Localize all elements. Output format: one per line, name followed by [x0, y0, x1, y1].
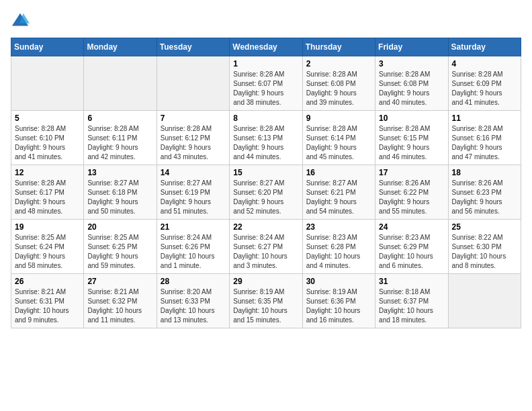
weekday-header: Tuesday: [157, 38, 229, 56]
calendar-cell: 15Sunrise: 8:27 AM Sunset: 6:20 PM Dayli…: [230, 165, 302, 220]
day-number: 25: [452, 222, 517, 232]
day-info: Sunrise: 8:28 AM Sunset: 6:13 PM Dayligh…: [233, 124, 298, 162]
day-number: 20: [87, 222, 152, 232]
day-info: Sunrise: 8:28 AM Sunset: 6:17 PM Dayligh…: [15, 179, 80, 216]
day-number: 22: [233, 222, 298, 232]
day-number: 11: [452, 113, 517, 123]
day-info: Sunrise: 8:19 AM Sunset: 6:36 PM Dayligh…: [306, 287, 371, 325]
day-number: 21: [161, 222, 226, 232]
day-info: Sunrise: 8:27 AM Sunset: 6:20 PM Dayligh…: [233, 179, 298, 216]
calendar-cell: 30Sunrise: 8:19 AM Sunset: 6:36 PM Dayli…: [302, 274, 375, 328]
calendar-cell: [84, 56, 157, 111]
calendar-body: 1Sunrise: 8:28 AM Sunset: 6:07 PM Daylig…: [11, 56, 521, 328]
day-number: 31: [379, 277, 444, 286]
calendar-cell: 16Sunrise: 8:27 AM Sunset: 6:21 PM Dayli…: [302, 165, 375, 220]
calendar-cell: 6Sunrise: 8:28 AM Sunset: 6:11 PM Daylig…: [84, 111, 157, 165]
day-info: Sunrise: 8:28 AM Sunset: 6:08 PM Dayligh…: [306, 70, 371, 107]
calendar-cell: 13Sunrise: 8:27 AM Sunset: 6:18 PM Dayli…: [84, 165, 157, 220]
day-number: 4: [452, 59, 517, 68]
calendar-week-row: 5Sunrise: 8:28 AM Sunset: 6:10 PM Daylig…: [11, 111, 521, 165]
day-info: Sunrise: 8:27 AM Sunset: 6:18 PM Dayligh…: [87, 179, 152, 216]
day-info: Sunrise: 8:28 AM Sunset: 6:09 PM Dayligh…: [452, 70, 517, 107]
day-number: 12: [15, 168, 80, 177]
calendar-week-row: 1Sunrise: 8:28 AM Sunset: 6:07 PM Daylig…: [11, 56, 521, 111]
calendar-cell: [157, 56, 229, 111]
calendar-cell: 19Sunrise: 8:25 AM Sunset: 6:24 PM Dayli…: [11, 220, 84, 274]
calendar-cell: [448, 274, 521, 328]
day-info: Sunrise: 8:19 AM Sunset: 6:35 PM Dayligh…: [233, 287, 298, 325]
day-info: Sunrise: 8:24 AM Sunset: 6:27 PM Dayligh…: [233, 233, 298, 271]
calendar-cell: [11, 56, 84, 111]
day-number: 17: [379, 168, 444, 177]
day-number: 13: [87, 168, 152, 177]
day-number: 6: [87, 113, 152, 123]
day-info: Sunrise: 8:21 AM Sunset: 6:32 PM Dayligh…: [87, 287, 152, 325]
day-number: 24: [379, 222, 444, 232]
day-info: Sunrise: 8:27 AM Sunset: 6:19 PM Dayligh…: [161, 179, 226, 216]
day-number: 1: [233, 59, 298, 68]
day-info: Sunrise: 8:21 AM Sunset: 6:31 PM Dayligh…: [15, 287, 80, 325]
calendar-cell: 25Sunrise: 8:22 AM Sunset: 6:30 PM Dayli…: [448, 220, 521, 274]
day-info: Sunrise: 8:23 AM Sunset: 6:28 PM Dayligh…: [306, 233, 371, 271]
calendar-cell: 22Sunrise: 8:24 AM Sunset: 6:27 PM Dayli…: [230, 220, 302, 274]
weekday-header: Wednesday: [230, 38, 302, 56]
calendar-week-row: 19Sunrise: 8:25 AM Sunset: 6:24 PM Dayli…: [11, 220, 521, 274]
day-number: 15: [233, 168, 298, 177]
day-number: 3: [379, 59, 444, 68]
logo: [11, 11, 32, 30]
calendar-cell: 28Sunrise: 8:20 AM Sunset: 6:33 PM Dayli…: [157, 274, 229, 328]
calendar-cell: 29Sunrise: 8:19 AM Sunset: 6:35 PM Dayli…: [230, 274, 302, 328]
logo-icon: [11, 11, 30, 30]
calendar-cell: 31Sunrise: 8:18 AM Sunset: 6:37 PM Dayli…: [375, 274, 448, 328]
day-info: Sunrise: 8:28 AM Sunset: 6:14 PM Dayligh…: [306, 124, 371, 162]
day-info: Sunrise: 8:28 AM Sunset: 6:08 PM Dayligh…: [379, 70, 444, 107]
calendar-cell: 20Sunrise: 8:25 AM Sunset: 6:25 PM Dayli…: [84, 220, 157, 274]
calendar-cell: 9Sunrise: 8:28 AM Sunset: 6:14 PM Daylig…: [302, 111, 375, 165]
day-info: Sunrise: 8:28 AM Sunset: 6:11 PM Dayligh…: [87, 124, 152, 162]
calendar-cell: 24Sunrise: 8:23 AM Sunset: 6:29 PM Dayli…: [375, 220, 448, 274]
calendar-cell: 11Sunrise: 8:28 AM Sunset: 6:16 PM Dayli…: [448, 111, 521, 165]
calendar-cell: 12Sunrise: 8:28 AM Sunset: 6:17 PM Dayli…: [11, 165, 84, 220]
day-info: Sunrise: 8:25 AM Sunset: 6:25 PM Dayligh…: [87, 233, 152, 271]
calendar-cell: 3Sunrise: 8:28 AM Sunset: 6:08 PM Daylig…: [375, 56, 448, 111]
day-info: Sunrise: 8:28 AM Sunset: 6:10 PM Dayligh…: [15, 124, 80, 162]
calendar-cell: 27Sunrise: 8:21 AM Sunset: 6:32 PM Dayli…: [84, 274, 157, 328]
day-info: Sunrise: 8:28 AM Sunset: 6:15 PM Dayligh…: [379, 124, 444, 162]
day-number: 16: [306, 168, 371, 177]
day-info: Sunrise: 8:25 AM Sunset: 6:24 PM Dayligh…: [15, 233, 80, 271]
day-number: 7: [161, 113, 226, 123]
calendar-cell: 5Sunrise: 8:28 AM Sunset: 6:10 PM Daylig…: [11, 111, 84, 165]
calendar-cell: 26Sunrise: 8:21 AM Sunset: 6:31 PM Dayli…: [11, 274, 84, 328]
day-number: 23: [306, 222, 371, 232]
day-number: 18: [452, 168, 517, 177]
calendar-week-row: 26Sunrise: 8:21 AM Sunset: 6:31 PM Dayli…: [11, 274, 521, 328]
day-info: Sunrise: 8:27 AM Sunset: 6:21 PM Dayligh…: [306, 179, 371, 216]
day-number: 5: [15, 113, 80, 123]
calendar-cell: 18Sunrise: 8:26 AM Sunset: 6:23 PM Dayli…: [448, 165, 521, 220]
calendar-week-row: 12Sunrise: 8:28 AM Sunset: 6:17 PM Dayli…: [11, 165, 521, 220]
day-info: Sunrise: 8:26 AM Sunset: 6:23 PM Dayligh…: [452, 179, 517, 216]
calendar-header: SundayMondayTuesdayWednesdayThursdayFrid…: [11, 38, 521, 56]
calendar-cell: 14Sunrise: 8:27 AM Sunset: 6:19 PM Dayli…: [157, 165, 229, 220]
day-number: 29: [233, 277, 298, 286]
calendar-cell: 8Sunrise: 8:28 AM Sunset: 6:13 PM Daylig…: [230, 111, 302, 165]
weekday-header: Monday: [84, 38, 157, 56]
calendar-cell: 17Sunrise: 8:26 AM Sunset: 6:22 PM Dayli…: [375, 165, 448, 220]
calendar-table: SundayMondayTuesdayWednesdayThursdayFrid…: [11, 38, 521, 328]
calendar-cell: 1Sunrise: 8:28 AM Sunset: 6:07 PM Daylig…: [230, 56, 302, 111]
day-number: 8: [233, 113, 298, 123]
day-info: Sunrise: 8:24 AM Sunset: 6:26 PM Dayligh…: [161, 233, 226, 271]
day-info: Sunrise: 8:18 AM Sunset: 6:37 PM Dayligh…: [379, 287, 444, 325]
day-number: 26: [15, 277, 80, 286]
day-info: Sunrise: 8:28 AM Sunset: 6:07 PM Dayligh…: [233, 70, 298, 107]
day-number: 14: [161, 168, 226, 177]
weekday-header: Thursday: [302, 38, 375, 56]
calendar-cell: 7Sunrise: 8:28 AM Sunset: 6:12 PM Daylig…: [157, 111, 229, 165]
day-info: Sunrise: 8:26 AM Sunset: 6:22 PM Dayligh…: [379, 179, 444, 216]
day-number: 9: [306, 113, 371, 123]
weekday-header: Friday: [375, 38, 448, 56]
day-info: Sunrise: 8:28 AM Sunset: 6:16 PM Dayligh…: [452, 124, 517, 162]
day-number: 19: [15, 222, 80, 232]
weekday-header: Saturday: [448, 38, 521, 56]
page-header: [11, 11, 521, 30]
